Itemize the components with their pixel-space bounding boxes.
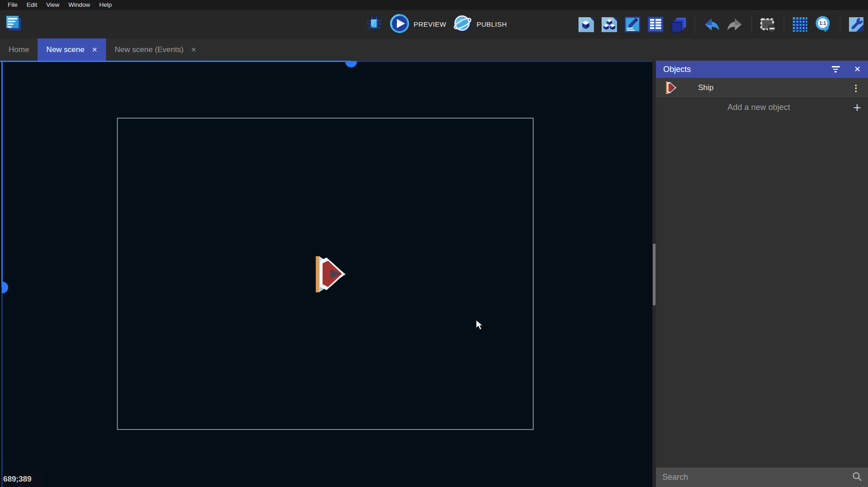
object-groups-icon[interactable] [600, 15, 618, 33]
add-object-row[interactable]: Add a new object + [656, 98, 868, 117]
tab-close-icon[interactable]: ✕ [191, 46, 197, 54]
menu-file[interactable]: File [3, 0, 22, 10]
object-row-ship[interactable]: Ship ⋮ [656, 78, 868, 98]
filter-icon[interactable] [831, 66, 840, 72]
tab-new-scene-events[interactable]: New scene (Events) ✕ [106, 38, 205, 61]
mouse-cursor [476, 320, 485, 332]
project-manager-button[interactable] [5, 15, 24, 34]
project-manager-icon [5, 14, 24, 35]
tab-close-icon[interactable]: ✕ [92, 46, 97, 54]
tab-new-scene-label: New scene [46, 45, 84, 54]
properties-icon[interactable] [623, 15, 641, 33]
tab-new-scene-events-label: New scene (Events) [115, 45, 183, 54]
panel-splitter-handle[interactable] [653, 244, 656, 306]
scene-properties-wrench-icon[interactable] [847, 15, 865, 33]
menu-view[interactable]: View [42, 0, 64, 10]
tab-new-scene[interactable]: New scene ✕ [38, 38, 106, 61]
tab-home[interactable]: Home [0, 38, 38, 61]
horizontal-scrollbar-thumb[interactable] [345, 61, 357, 67]
close-icon[interactable]: ✕ [854, 65, 861, 73]
menu-bar: File Edit View Window Help [0, 0, 868, 10]
debugger-button[interactable] [365, 14, 383, 34]
toolbar-separator [840, 15, 840, 33]
toolbar-separator [784, 15, 784, 33]
ship-object-icon [664, 81, 677, 95]
publish-button[interactable]: PUBLISH [453, 14, 507, 35]
objects-panel-title: Objects [663, 65, 831, 74]
panel-splitter[interactable] [652, 61, 656, 487]
debugger-bug-icon [365, 14, 383, 34]
toolbar-separator [752, 15, 752, 33]
menu-window[interactable]: Window [64, 0, 95, 10]
objects-search-input[interactable] [661, 472, 852, 482]
main-area: 689;389 Objects ✕ Ship ⋮ Add a new objec… [0, 61, 868, 487]
publish-globe-icon [453, 14, 473, 35]
publish-label: PUBLISH [477, 20, 507, 28]
svg-text:1:1: 1:1 [819, 20, 826, 26]
horizontal-scrollbar[interactable] [0, 61, 652, 62]
grid-icon[interactable] [791, 15, 809, 33]
objects-search-bar [656, 468, 868, 487]
zoom-original-icon[interactable]: 1:1 [814, 15, 833, 34]
scene-editor-canvas[interactable]: 689;389 [0, 61, 652, 487]
menu-edit[interactable]: Edit [22, 0, 42, 10]
redo-icon[interactable] [726, 15, 745, 34]
layers-icon[interactable] [670, 15, 688, 33]
object-name-label: Ship [698, 83, 852, 92]
objects-panel: Objects ✕ Ship ⋮ Add a new object + [656, 61, 868, 487]
preview-button[interactable]: PREVIEW [390, 14, 446, 35]
ship-instance-sprite[interactable] [310, 255, 347, 293]
kebab-menu-icon[interactable]: ⋮ [852, 83, 861, 93]
menu-help[interactable]: Help [95, 0, 116, 10]
objects-editor-icon[interactable] [577, 15, 595, 33]
objects-panel-body [656, 117, 868, 468]
vertical-scrollbar-thumb[interactable] [2, 282, 8, 293]
undo-icon[interactable] [702, 15, 721, 34]
search-icon[interactable] [852, 471, 863, 484]
toolbar-separator [694, 15, 695, 33]
preview-play-icon [390, 14, 410, 35]
plus-icon[interactable]: + [846, 100, 868, 115]
instances-list-icon[interactable] [646, 15, 665, 33]
vertical-scrollbar[interactable] [1, 61, 3, 487]
add-object-label: Add a new object [656, 103, 846, 112]
objects-panel-header: Objects ✕ [656, 61, 868, 78]
preview-label: PREVIEW [414, 20, 446, 28]
cursor-coordinates-badge: 689;389 [0, 472, 42, 487]
deselect-instances-icon[interactable] [759, 15, 777, 33]
editor-tab-bar: Home New scene ✕ New scene (Events) ✕ [0, 38, 868, 61]
main-toolbar: PREVIEW PUBLISH [0, 10, 868, 38]
tab-home-label: Home [9, 45, 29, 54]
